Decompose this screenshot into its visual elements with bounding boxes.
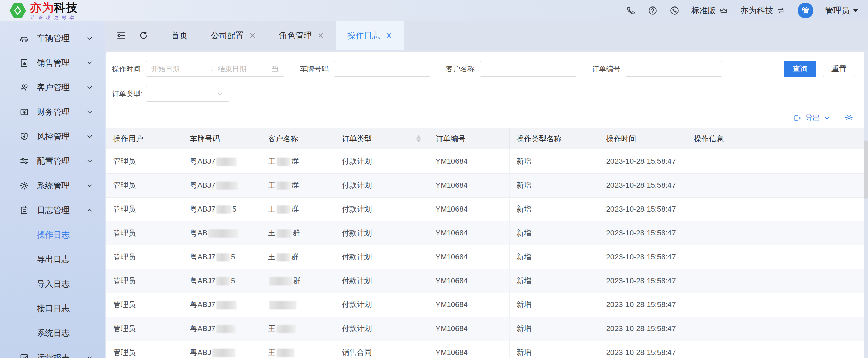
cell-customer: 王 xyxy=(261,317,335,341)
tab-label: 操作日志 xyxy=(347,30,380,41)
customer-input[interactable] xyxy=(480,61,576,77)
close-icon[interactable] xyxy=(317,32,324,39)
cell-op-name: 新增 xyxy=(509,245,599,269)
order-type-select[interactable] xyxy=(146,86,229,102)
cell-plate: 粤ABJ75 xyxy=(183,269,261,293)
cell-order-no: YM10684 xyxy=(429,269,509,293)
cell-order-no: YM10684 xyxy=(429,341,509,358)
help-icon[interactable] xyxy=(648,5,658,16)
tab-company-config[interactable]: 公司配置 xyxy=(199,21,267,50)
sidebar-item-config[interactable]: 配置管理 xyxy=(0,149,105,173)
column-header: 订单编号 xyxy=(429,128,509,149)
top-header: 亦为科技 让管理更简单 标准版 xyxy=(0,0,868,21)
column-settings-icon[interactable] xyxy=(844,113,854,124)
version-badge[interactable]: 标准版 xyxy=(691,5,729,16)
op-time-label: 操作时间: xyxy=(112,64,143,74)
cell-plate: 粤ABJ7 xyxy=(183,317,261,341)
close-icon[interactable] xyxy=(249,32,256,39)
sidebar-item-label: 车辆管理 xyxy=(37,33,86,44)
sidebar-item-customer[interactable]: 客户管理 xyxy=(0,75,105,100)
sales-icon xyxy=(19,58,29,68)
cell-order-type: 付款计划 xyxy=(335,149,429,173)
cell-op-time: 2023-10-28 15:58:47 xyxy=(599,341,687,358)
sidebar-subitem-operation-log[interactable]: 操作日志 xyxy=(0,223,105,247)
sidebar-item-sales[interactable]: 销售管理 xyxy=(0,51,105,75)
cell-user: 管理员 xyxy=(106,173,183,197)
crown-icon xyxy=(719,5,729,16)
customer-label: 客户名称: xyxy=(446,64,477,74)
company-switcher[interactable]: 亦为科技 xyxy=(740,5,786,16)
vertical-scrollbar[interactable] xyxy=(864,140,868,199)
sidebar-item-vehicle[interactable]: 车辆管理 xyxy=(0,26,105,51)
chevron-down-icon xyxy=(824,115,830,121)
app-root: 亦为科技 让管理更简单 标准版 xyxy=(0,0,868,358)
order-no-input[interactable] xyxy=(626,61,722,77)
range-arrow: → xyxy=(207,65,214,73)
cell-info xyxy=(687,149,864,173)
cell-info xyxy=(687,341,864,358)
search-button[interactable]: 查询 xyxy=(784,61,816,77)
chevron-down-icon xyxy=(86,84,93,91)
tab-role-management[interactable]: 角色管理 xyxy=(267,21,336,50)
cell-order-no: YM10684 xyxy=(429,149,509,173)
sidebar-item-label: 风控管理 xyxy=(37,131,86,142)
export-button[interactable]: 导出 xyxy=(793,113,830,123)
collapse-sidebar-icon[interactable] xyxy=(110,21,132,50)
filter-section: 操作时间: 开始日期 → 结束日期 xyxy=(106,52,864,107)
cell-order-no: YM10684 xyxy=(429,293,509,317)
close-icon[interactable] xyxy=(386,32,392,39)
sidebar-item-risk[interactable]: 风控管理 xyxy=(0,124,105,149)
phone-icon[interactable] xyxy=(626,5,636,16)
cell-customer: 王群 xyxy=(261,149,335,173)
cell-order-type: 销售合同 xyxy=(335,341,429,358)
sidebar-item-label: 系统管理 xyxy=(37,180,86,191)
sidebar-subitem-export-log[interactable]: 导出日志 xyxy=(0,247,105,272)
user-menu[interactable]: 管理员 xyxy=(825,5,858,16)
date-range-picker[interactable]: 开始日期 → 结束日期 xyxy=(146,61,284,77)
cell-info xyxy=(687,269,864,293)
service-icon[interactable] xyxy=(669,5,680,16)
cell-plate: 粤ABJ75 xyxy=(183,245,261,269)
date-start-placeholder: 开始日期 xyxy=(151,64,204,74)
table-row: 管理员粤ABJ7王群付款计划YM10684新增2023-10-28 15:58:… xyxy=(106,149,864,173)
cell-customer: 王 xyxy=(261,341,335,358)
tab-home[interactable]: 首页 xyxy=(160,21,199,50)
operation-log-table: 操作用户车牌号码客户名称订单类型订单编号操作类型名称操作时间操作信息 管理员粤A… xyxy=(106,128,864,358)
cell-order-type: 付款计划 xyxy=(335,317,429,341)
cell-op-time: 2023-10-28 15:58:47 xyxy=(599,293,687,317)
sidebar-item-report[interactable]: 运营报表 xyxy=(0,345,105,358)
tab-operation-log[interactable]: 操作日志 xyxy=(336,21,404,50)
refresh-icon[interactable] xyxy=(132,21,155,50)
sidebar-subitem-system-log[interactable]: 系统日志 xyxy=(0,321,105,345)
cell-op-time: 2023-10-28 15:58:47 xyxy=(599,197,687,221)
redacted-text xyxy=(208,229,238,238)
table-row: 管理员粤ABJ75王群付款计划YM10684新增2023-10-28 15:58… xyxy=(106,197,864,221)
redacted-text xyxy=(216,277,230,285)
cell-info xyxy=(687,173,864,197)
cell-user: 管理员 xyxy=(106,341,183,358)
sidebar-subitem-api-log[interactable]: 接口日志 xyxy=(0,296,105,321)
sidebar-subitem-import-log[interactable]: 导入日志 xyxy=(0,272,105,296)
sidebar-item-finance[interactable]: 财务管理 xyxy=(0,100,105,124)
export-icon xyxy=(793,114,802,123)
sidebar-item-system[interactable]: 系统管理 xyxy=(0,173,105,198)
calendar-icon xyxy=(270,65,279,73)
column-header: 车牌号码 xyxy=(183,128,261,149)
sidebar-item-label: 配置管理 xyxy=(37,156,86,167)
shield-icon xyxy=(19,131,29,142)
cell-plate: 粤ABJ7 xyxy=(183,293,261,317)
sidebar-item-logs[interactable]: 日志管理 xyxy=(0,198,105,223)
cell-op-time: 2023-10-28 15:58:47 xyxy=(599,221,687,245)
redacted-text xyxy=(212,349,235,357)
plate-input[interactable] xyxy=(334,61,430,77)
sort-icon[interactable] xyxy=(416,135,421,143)
chevron-up-icon xyxy=(86,206,93,214)
order-type-label: 订单类型: xyxy=(112,89,143,99)
cell-order-type: 付款计划 xyxy=(335,197,429,221)
redacted-text xyxy=(269,277,292,285)
cell-plate: 粤ABJ xyxy=(183,341,261,358)
column-header[interactable]: 订单类型 xyxy=(335,128,429,149)
avatar[interactable]: 管 xyxy=(798,3,813,18)
reset-button[interactable]: 重置 xyxy=(823,61,855,77)
cell-plate: 粤ABJ7 xyxy=(183,173,261,197)
